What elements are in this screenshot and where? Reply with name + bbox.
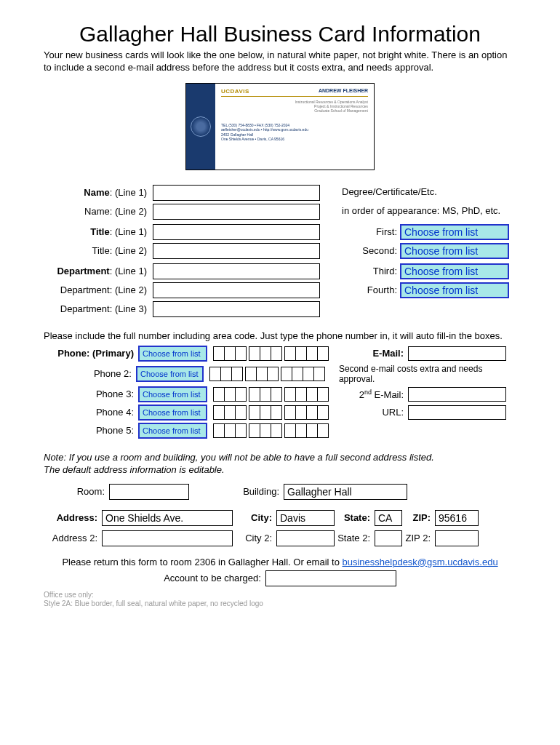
input-title2[interactable] (153, 243, 320, 259)
degree-note-l2: in order of appearance: MS, PhD, etc. (342, 205, 516, 218)
label-dept3: Department: (Line 3) (44, 303, 153, 314)
label-fourth: Fourth: (342, 284, 400, 295)
address-note: Note: If you use a room and building, yo… (44, 452, 516, 477)
input-city[interactable]: Davis (276, 510, 335, 526)
card-name: ANDREW FLEISHER (319, 88, 368, 93)
return-email-link[interactable]: businesshelpdesk@gsm.ucdavis.edu (343, 557, 498, 567)
label-building: Building: (189, 486, 284, 497)
label-room: Room: (44, 486, 109, 497)
input-address[interactable]: One Shields Ave. (102, 510, 233, 526)
input-dept2[interactable] (153, 282, 320, 298)
label-city: City: (233, 512, 276, 523)
page-title: Gallagher Hall Business Card Information (44, 22, 516, 47)
dropdown-degree-fourth[interactable]: Choose from list (400, 282, 509, 298)
label-phone2: Phone 2: (44, 368, 136, 379)
label-city2: City 2: (233, 533, 276, 543)
input-state2[interactable] (375, 530, 402, 546)
dropdown-phone2-type[interactable]: Choose from list (136, 366, 204, 382)
label-third: Third: (342, 266, 400, 276)
degree-note-l1: Degree/Certificate/Etc. (342, 186, 516, 199)
input-zip[interactable]: 95616 (435, 510, 479, 526)
input-title1[interactable] (153, 224, 320, 240)
input-dept1[interactable] (153, 263, 320, 279)
dropdown-degree-third[interactable]: Choose from list (400, 263, 509, 279)
input-name2[interactable] (153, 204, 320, 220)
dropdown-phone1-type[interactable]: Choose from list (138, 346, 207, 362)
phone1-digits[interactable] (210, 346, 328, 361)
label-second: Second: (342, 245, 400, 256)
label-first: First: (342, 226, 400, 237)
input-account[interactable] (265, 570, 396, 586)
office-use: Office use only: Style 2A: Blue border, … (44, 591, 516, 608)
label-phone3: Phone 3: (44, 389, 138, 399)
input-address2[interactable] (102, 530, 233, 546)
label-address2: Address 2: (44, 533, 102, 543)
dropdown-phone4-type[interactable]: Choose from list (138, 405, 207, 421)
input-zip2[interactable] (435, 530, 479, 546)
label-dept1: Department: (Line 1) (44, 266, 153, 276)
label-state2: State 2: (335, 533, 375, 543)
dropdown-degree-second[interactable]: Choose from list (400, 243, 509, 259)
label-account: Account to be charged: (164, 573, 265, 583)
input-email2[interactable] (408, 387, 506, 402)
label-url: URL: (343, 407, 408, 418)
intro-text: Your new business cards will look like t… (44, 49, 516, 74)
phone5-digits[interactable] (210, 423, 328, 438)
label-phone1: Phone: (Primary) (44, 348, 138, 359)
label-name1: Name: (Line 1) (44, 187, 153, 198)
label-address: Address: (44, 512, 102, 523)
input-email[interactable] (408, 346, 506, 361)
card-addr2: One Shields Avenue • Davis, CA 95616 (221, 137, 368, 142)
label-title2: Title: (Line 2) (44, 245, 153, 256)
input-city2[interactable] (276, 530, 335, 546)
dropdown-phone3-type[interactable]: Choose from list (138, 386, 207, 402)
label-state: State: (335, 512, 375, 523)
input-building[interactable]: Gallagher Hall (284, 484, 407, 500)
phone-instructions: Please include the full number including… (44, 330, 516, 341)
dropdown-phone5-type[interactable]: Choose from list (138, 423, 207, 439)
label-phone4: Phone 4: (44, 407, 138, 418)
card-preview: UCDAVIS ANDREW FLEISHER Instructional Re… (185, 83, 375, 170)
label-zip2: ZIP 2: (402, 533, 435, 543)
card-line3: Graduate School of Management (221, 108, 368, 113)
phone3-digits[interactable] (210, 387, 328, 402)
label-zip: ZIP: (402, 512, 435, 523)
input-room[interactable] (109, 484, 189, 500)
second-email-note: Second e-mail costs extra and needs appr… (339, 364, 516, 384)
return-note: Please return this form to room 2306 in … (44, 557, 516, 567)
card-brand: UCDAVIS (221, 88, 249, 95)
dropdown-degree-first[interactable]: Choose from list (400, 224, 509, 240)
label-dept2: Department: (Line 2) (44, 284, 153, 295)
input-state[interactable]: CA (375, 510, 402, 526)
label-email2: 2nd E-Mail: (343, 389, 408, 400)
phone4-digits[interactable] (210, 405, 328, 420)
seal-icon (191, 116, 211, 137)
input-dept3[interactable] (153, 301, 320, 317)
phone2-digits[interactable] (207, 367, 324, 381)
label-phone5: Phone 5: (44, 425, 138, 436)
label-email: E-Mail: (343, 348, 408, 359)
input-name1[interactable] (153, 185, 320, 201)
input-url[interactable] (408, 405, 506, 420)
label-name2: Name: (Line 2) (44, 206, 153, 217)
label-title1: Title: (Line 1) (44, 226, 153, 237)
